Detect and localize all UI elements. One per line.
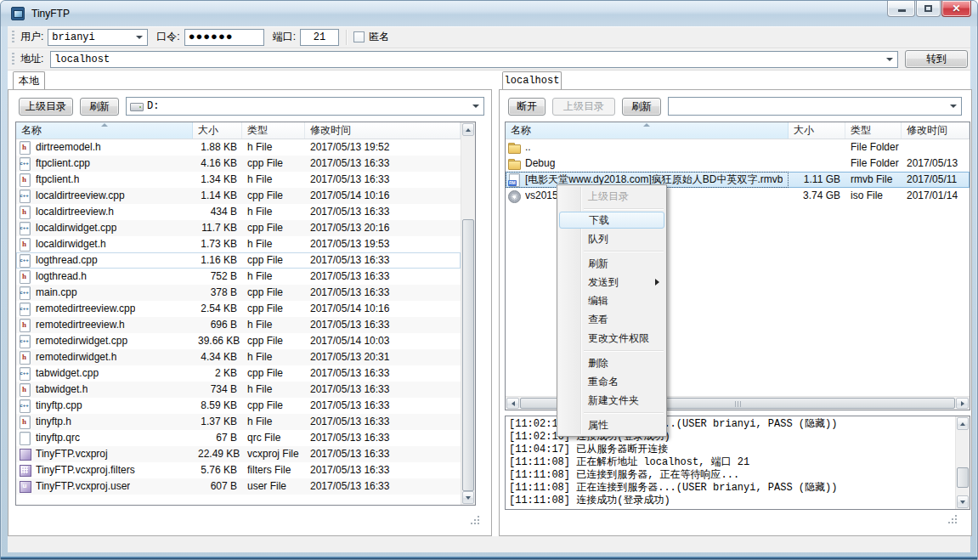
minimize-button[interactable] — [887, 1, 915, 17]
local-table-scrollbar[interactable] — [461, 122, 475, 505]
menu-item-view[interactable]: 查看 — [557, 310, 666, 329]
title-bar[interactable]: TinyFTP ✕ — [1, 1, 977, 26]
table-row[interactable]: localdirwidget.cpp11.7 KBcpp File2017/05… — [16, 220, 461, 236]
table-row[interactable]: DebugFile Folder2017/05/13 — [506, 156, 970, 172]
user-combobox[interactable]: brianyi — [48, 29, 148, 46]
column-header-3[interactable]: 修改时间 — [902, 122, 970, 139]
port-field[interactable]: 21 — [300, 29, 339, 46]
table-row[interactable]: logthread.cpp1.16 KBcpp File2017/05/13 1… — [16, 252, 461, 269]
table-row[interactable]: TinyFTP.vcxproj.user607 Buser File2017/0… — [16, 478, 461, 495]
chevron-down-icon[interactable] — [950, 105, 957, 108]
remote-parent-dir-button[interactable]: 上级目录 — [552, 98, 615, 116]
scrollbar-thumb[interactable] — [957, 467, 969, 488]
chevron-down-icon[interactable] — [472, 105, 479, 108]
password-field[interactable]: ●●●●●● — [184, 29, 264, 46]
scroll-up-icon[interactable] — [957, 417, 969, 430]
table-row[interactable]: ..File Folder — [506, 139, 970, 156]
table-row[interactable]: localdirtreeview.cpp1.14 KBcpp File2017/… — [16, 188, 461, 204]
tab-remote-localhost[interactable]: localhost — [502, 71, 562, 89]
file-name-cell: remotedirwidget.h — [16, 349, 193, 365]
column-header-0[interactable]: 名称 — [506, 122, 789, 139]
file-name: tinyftp.h — [36, 414, 71, 430]
table-row[interactable]: remotedirwidget.h4.34 KBh File2017/05/13… — [16, 349, 461, 365]
column-header-2[interactable]: 类型 — [845, 122, 902, 139]
address-input[interactable]: localhost — [50, 51, 898, 68]
menu-item-refresh[interactable]: 刷新 — [557, 254, 666, 273]
local-parent-dir-button[interactable]: 上级目录 — [19, 98, 73, 116]
table-row[interactable]: main.cpp378 Bcpp File2017/05/13 16:33 — [16, 285, 461, 301]
remote-path-combobox[interactable] — [668, 97, 962, 116]
column-header-0[interactable]: 名称 — [16, 122, 193, 139]
menu-item-properties[interactable]: 属性 — [557, 416, 666, 434]
column-header-2[interactable]: 类型 — [242, 122, 305, 139]
table-row[interactable]: remotedirwidget.cpp39.66 KBcpp File2017/… — [16, 333, 461, 349]
file-name-cell: tinyftp.h — [16, 414, 193, 430]
table-row[interactable]: remotedirtreeview.cpp2.54 KBcpp File2017… — [16, 301, 461, 317]
scrollbar-thumb[interactable] — [462, 219, 474, 491]
maximize-button[interactable] — [916, 1, 941, 17]
menu-item-new-folder[interactable]: 新建文件夹 — [557, 391, 666, 410]
table-row[interactable]: tinyftp.qrc67 Bqrc File2017/05/13 16:33 — [16, 430, 461, 446]
menu-item-change-permissions[interactable]: 更改文件权限 — [557, 329, 666, 348]
menu-item-edit[interactable]: 编辑 — [557, 291, 666, 310]
column-header-1[interactable]: 大小 — [789, 122, 845, 139]
remote-refresh-button[interactable]: 刷新 — [622, 98, 661, 116]
column-header-3[interactable]: 修改时间 — [305, 122, 461, 139]
close-button[interactable]: ✕ — [941, 1, 971, 17]
local-path-value: D: — [147, 100, 159, 112]
menu-item-send-to[interactable]: 发送到 — [557, 273, 666, 291]
file-type: h File — [242, 269, 305, 285]
local-path-combobox[interactable]: D: — [126, 97, 484, 116]
file-name-cell: dirtreemodel.h — [16, 139, 193, 156]
table-row[interactable]: remotedirtreeview.h696 Bh File2017/05/13… — [16, 317, 461, 333]
scroll-down-icon[interactable] — [462, 491, 474, 504]
splitter[interactable] — [492, 89, 499, 536]
resize-grip[interactable] — [948, 515, 958, 525]
scroll-right-icon[interactable] — [956, 398, 969, 409]
anonymous-checkbox[interactable] — [353, 31, 365, 42]
toolbar-grip[interactable] — [12, 31, 14, 44]
resize-grip[interactable] — [471, 516, 481, 526]
column-header-label: 名称 — [511, 123, 531, 138]
tab-local[interactable]: 本地 — [13, 71, 45, 89]
file-type: h File — [242, 236, 305, 252]
scroll-up-icon[interactable] — [462, 123, 474, 136]
local-file-table: 名称大小类型修改时间 dirtreemodel.h1.88 KBh File20… — [15, 122, 476, 506]
table-row[interactable]: dirtreemodel.h1.88 KBh File2017/05/13 19… — [16, 139, 461, 156]
file-type: File Folder — [845, 156, 902, 172]
log-scrollbar[interactable] — [955, 416, 970, 509]
file-size: 4.34 KB — [193, 349, 242, 365]
chevron-down-icon[interactable] — [886, 58, 893, 61]
file-name-cell: ftpclient.h — [16, 172, 193, 188]
table-row[interactable]: logthread.h752 Bh File2017/05/13 16:33 — [16, 269, 461, 285]
table-row[interactable]: TinyFTP.vcxproj.filters5.76 KBfilters Fi… — [16, 462, 461, 478]
context-menu: 上级目录下载队列刷新发送到编辑查看更改文件权限删除重命名新建文件夹属性 — [557, 184, 667, 437]
table-row[interactable]: localdirtreeview.h434 Bh File2017/05/13 … — [16, 204, 461, 220]
table-row[interactable]: tabwidget.h734 Bh File2017/05/13 16:33 — [16, 382, 461, 398]
table-row[interactable]: localdirwidget.h1.73 KBh File2017/05/13 … — [16, 236, 461, 252]
menu-item-rename[interactable]: 重命名 — [557, 372, 666, 391]
scroll-left-icon[interactable] — [506, 398, 519, 409]
menu-item-queue[interactable]: 队列 — [557, 229, 666, 248]
menu-item-download[interactable]: 下载 — [559, 212, 664, 229]
file-name: localdirtreeview.cpp — [36, 188, 125, 204]
table-row[interactable]: ftpclient.cpp4.16 KBcpp File2017/05/13 1… — [16, 156, 461, 172]
go-button[interactable]: 转到 — [905, 50, 968, 68]
table-row[interactable]: ftpclient.h1.34 KBh File2017/05/13 16:33 — [16, 172, 461, 188]
disconnect-button[interactable]: 断开 — [508, 98, 546, 116]
file-type: vcxproj File — [242, 446, 305, 462]
column-header-1[interactable]: 大小 — [193, 122, 242, 139]
table-row[interactable]: TinyFTP.vcxproj22.49 KBvcxproj File2017/… — [16, 446, 461, 462]
table-row[interactable]: tabwidget.cpp2 KBcpp File2017/05/13 16:3… — [16, 365, 461, 382]
file-type: filters File — [242, 462, 305, 478]
table-row[interactable]: tinyftp.cpp8.59 KBcpp File2017/05/13 16:… — [16, 398, 461, 414]
scroll-down-icon[interactable] — [957, 495, 969, 508]
local-refresh-button[interactable]: 刷新 — [80, 98, 119, 116]
menu-item-delete[interactable]: 删除 — [557, 354, 666, 372]
file-name-cell: localdirwidget.cpp — [16, 220, 193, 236]
file-size: 5.76 KB — [193, 462, 242, 478]
table-row[interactable]: tinyftp.h1.37 KBh File2017/05/13 16:33 — [16, 414, 461, 430]
toolbar-separator — [346, 30, 347, 45]
toolbar-grip[interactable] — [12, 53, 14, 66]
file-name-cell: localdirwidget.h — [16, 236, 193, 252]
